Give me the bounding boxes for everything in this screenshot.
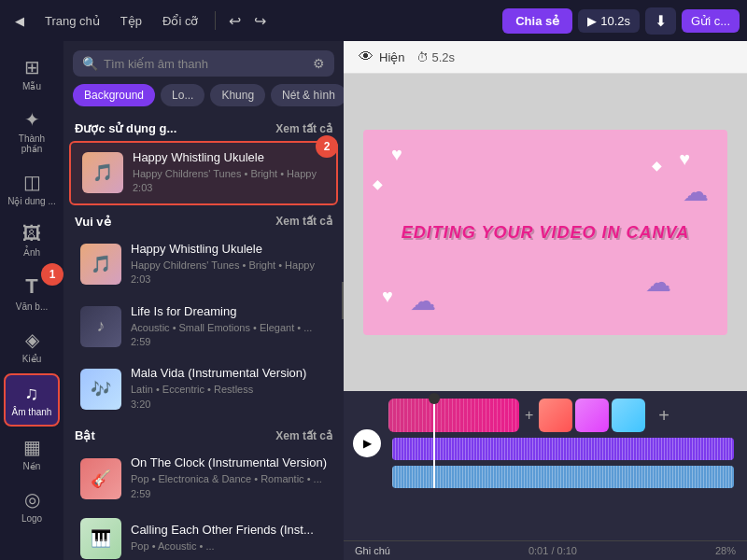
mini-clip-2[interactable]	[575, 399, 609, 432]
video-clip[interactable]	[388, 399, 519, 432]
sidebar-item-thanh-phan[interactable]: ✦ Thành phần	[4, 101, 60, 161]
canvas-area: ♥ ♥ ♥ ◆ ◆ ☁ ☁ ☁ EDITING YOUR VIDEO IN CA…	[344, 74, 747, 391]
audio-panel: 🔍 ⚙ Background Lo... Khung Nét & hình › …	[63, 41, 344, 560]
sidebar-item-noi-dung[interactable]: ◫ Nội dung ...	[4, 163, 60, 214]
track-item-off2[interactable]: 🎹 Calling Each Other Friends (Inst... Po…	[69, 511, 338, 560]
play-preview-button[interactable]: ▶ 10.2s	[578, 9, 640, 33]
mini-clip-1[interactable]	[539, 399, 572, 432]
deco-diamond-2: ◆	[652, 158, 662, 173]
filter-tab-khung[interactable]: Khung	[210, 84, 265, 106]
timeline-controls: ▶ +	[353, 399, 738, 488]
sidebar-label-noi-dung: Nội dung ...	[7, 196, 56, 206]
track-thumb-3: 🎶	[80, 369, 121, 410]
sidebar-item-kieu[interactable]: ◈ Kiểu	[4, 321, 60, 371]
multi-clips	[539, 399, 645, 432]
step1-badge: 1	[41, 263, 63, 286]
sidebar-item-anh[interactable]: 🖼 Ảnh	[4, 216, 60, 265]
see-all-used[interactable]: Xem tất cả	[275, 122, 332, 135]
search-input[interactable]	[104, 57, 307, 71]
timeline-area: ▶ +	[344, 391, 747, 540]
send-button[interactable]: Gửi c...	[682, 9, 740, 33]
back-button[interactable]: ◀	[7, 10, 32, 32]
video-clip-row: + +	[388, 399, 738, 432]
track-item-fun2[interactable]: ♪ Life Is for Dreaming Acoustic • Small …	[69, 297, 338, 357]
canvas-text: EDITING YOUR VIDEO IN CANVA	[402, 223, 689, 243]
section-fun-header: Vui vẻ Xem tất cả	[63, 207, 344, 234]
deco-cloud-3: ☁	[645, 267, 671, 298]
filter-tab-lo[interactable]: Lo...	[161, 84, 204, 106]
resize-button[interactable]: Đổi cỡ	[155, 10, 205, 32]
file-button[interactable]: Tệp	[113, 10, 149, 32]
main-layout: ⊞ Mẫu ✦ Thành phần ◫ Nội dung ... 🖼 Ảnh …	[0, 41, 747, 560]
eye-icon: 👁	[359, 49, 374, 65]
add-clip-button[interactable]: +	[651, 405, 677, 427]
timeline-play-button[interactable]: ▶	[353, 429, 381, 457]
track-meta-5: Pop • Acoustic • ...	[131, 539, 327, 553]
step2-badge: 2	[316, 135, 338, 158]
play-time: 10.2s	[600, 14, 630, 28]
audio-waveform-2	[392, 466, 734, 488]
sidebar-item-logo[interactable]: ◎ Logo	[4, 481, 60, 531]
sidebar-item-van-ban[interactable]: T Văn b... 1	[4, 267, 60, 319]
audio-track-1-row	[388, 438, 738, 460]
play-icon: ▶	[587, 14, 597, 28]
canvas-preview: ♥ ♥ ♥ ◆ ◆ ☁ ☁ ☁ EDITING YOUR VIDEO IN CA…	[363, 130, 727, 335]
topbar: ◀ Trang chủ Tệp Đổi cỡ ↩ ↪ Chia sẻ ▶ 10.…	[0, 0, 747, 41]
content-icon: ◫	[23, 171, 41, 193]
track-item-fun3[interactable]: 🎶 Mala Vida (Instrumental Version) Latin…	[69, 358, 338, 419]
timeline-position: 0:01 / 0:10	[529, 545, 577, 556]
track-meta-4: Pop • Electronica & Dance • Romantic • .…	[131, 472, 327, 501]
filter-tab-background[interactable]: Background	[73, 84, 155, 106]
separator	[215, 11, 216, 30]
mini-clip-3[interactable]	[612, 399, 645, 432]
preview-topbar: 👁 Hiện ⏱ 5.2s	[344, 41, 747, 74]
track-item-off1[interactable]: 🎸 On The Clock (Instrumental Version) Po…	[69, 448, 338, 509]
track-meta-2: Acoustic • Small Emotions • Elegant • ..…	[131, 321, 327, 350]
sidebar-item-mau[interactable]: ⊞ Mẫu	[4, 49, 60, 99]
deco-cloud-1: ☁	[410, 286, 436, 316]
timeline-needle	[433, 399, 435, 488]
collapse-panel-arrow[interactable]: ‹	[342, 282, 344, 319]
track-info-3: Mala Vida (Instrumental Version) Latin •…	[131, 366, 327, 412]
deco-heart-2: ♥	[679, 148, 690, 170]
sidebar-item-nen[interactable]: ▦ Nền	[4, 428, 60, 479]
track-item-selected[interactable]: 🎵 Happy Whistling Ukulele Happy Children…	[69, 141, 338, 205]
section-used-label: Được sử dụng g...	[75, 121, 176, 135]
download-button[interactable]: ⬇	[645, 7, 676, 35]
sidebar-label-thanh-phan: Thành phần	[7, 133, 56, 154]
audio-track-2-row	[388, 466, 738, 488]
sidebar-item-am-thanh[interactable]: ♫ Âm thanh	[4, 373, 60, 427]
redo-button[interactable]: ↪	[250, 8, 270, 34]
toggle-label: Hiện	[379, 50, 405, 64]
track-info-5: Calling Each Other Friends (Inst... Pop …	[131, 523, 327, 553]
undo-button[interactable]: ↩	[225, 8, 245, 34]
visibility-toggle[interactable]: 👁 Hiện	[359, 49, 405, 65]
track-item-fun1[interactable]: 🎵 Happy Whistling Ukulele Happy Children…	[69, 234, 338, 295]
track-meta-3: Latin • Eccentric • Restless 3:20	[131, 383, 327, 412]
deco-cloud-2: ☁	[683, 176, 709, 207]
deco-heart-3: ♥	[382, 286, 393, 307]
share-button[interactable]: Chia sẻ	[502, 8, 572, 34]
audio-track-2[interactable]	[392, 466, 734, 488]
elements-icon: ✦	[24, 108, 40, 131]
photo-icon: 🖼	[22, 223, 41, 245]
search-bar: 🔍 ⚙	[73, 50, 334, 77]
section-off-label: Bật	[75, 428, 95, 442]
track-title-3: Mala Vida (Instrumental Version)	[131, 366, 327, 380]
filter-tab-net[interactable]: Nét & hình	[271, 84, 344, 106]
track-thumb-2: ♪	[80, 306, 121, 347]
filter-icon[interactable]: ⚙	[313, 56, 325, 71]
section-used-header: Được sử dụng g... Xem tất cả	[63, 114, 344, 141]
timeline-needle-head	[429, 393, 440, 404]
sidebar: ⊞ Mẫu ✦ Thành phần ◫ Nội dung ... 🖼 Ảnh …	[0, 41, 63, 560]
track-thumb-4: 🎸	[80, 458, 121, 499]
track-title-4: On The Clock (Instrumental Version)	[131, 455, 327, 469]
see-all-fun[interactable]: Xem tất cả	[275, 215, 332, 228]
track-title-0: Happy Whistling Ukulele	[133, 150, 325, 164]
track-title-5: Calling Each Other Friends (Inst...	[131, 523, 327, 537]
track-info-0: Happy Whistling Ukulele Happy Childrens'…	[133, 150, 325, 196]
audio-track-1[interactable]	[392, 438, 734, 460]
sidebar-label-nen: Nền	[23, 461, 41, 471]
home-button[interactable]: Trang chủ	[37, 10, 107, 32]
see-all-off[interactable]: Xem tất cả	[275, 429, 332, 442]
